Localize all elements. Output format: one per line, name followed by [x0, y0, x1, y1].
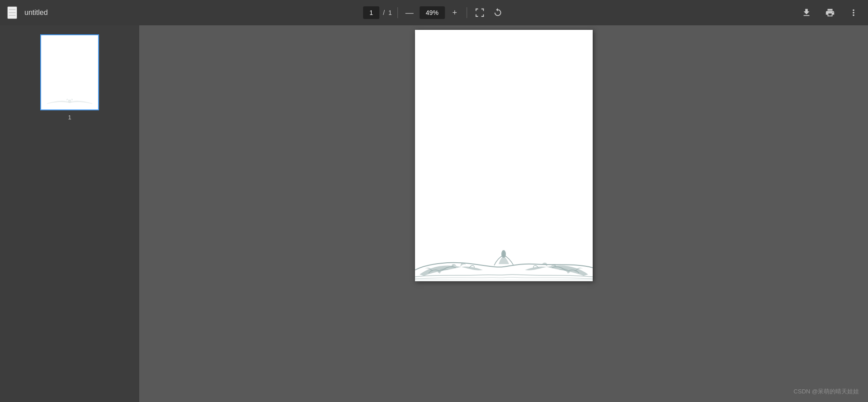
- page-total: 1: [388, 9, 392, 16]
- pdf-ornament: [415, 232, 593, 281]
- content-area: [139, 25, 868, 402]
- more-options-icon: [849, 8, 859, 18]
- pdf-ornament-svg: [415, 232, 593, 281]
- thumbnail-ornament-svg: [45, 96, 94, 106]
- sidebar: 1: [0, 25, 139, 402]
- pdf-page: [415, 30, 593, 281]
- rotate-button[interactable]: [491, 5, 505, 20]
- print-button[interactable]: [823, 5, 837, 20]
- divider-1: [397, 7, 398, 18]
- print-icon: [825, 8, 835, 18]
- divider-2: [467, 7, 467, 18]
- page-number-input[interactable]: [363, 6, 379, 19]
- toolbar-left: ☰ untitled: [7, 6, 48, 19]
- svg-point-4: [502, 250, 505, 253]
- fit-page-icon: [475, 8, 485, 18]
- toolbar-right: [799, 5, 861, 20]
- zoom-out-button[interactable]: —: [403, 6, 416, 19]
- zoom-input[interactable]: [420, 6, 445, 19]
- document-title: untitled: [24, 9, 48, 17]
- thumbnail-ornament: [41, 95, 98, 108]
- zoom-in-button[interactable]: +: [448, 6, 461, 19]
- thumbnail-page-label: 1: [68, 114, 71, 121]
- download-button[interactable]: [799, 5, 814, 20]
- hamburger-button[interactable]: ☰: [7, 6, 17, 19]
- toolbar: ☰ untitled / 1 — +: [0, 0, 868, 25]
- rotate-icon: [493, 8, 503, 18]
- main-area: 1: [0, 25, 868, 402]
- toolbar-center: / 1 — +: [363, 5, 505, 20]
- download-icon: [802, 8, 811, 18]
- watermark: CSDN @呆萌的晴天娃娃: [793, 388, 859, 396]
- fit-page-button[interactable]: [472, 5, 487, 20]
- page-separator: /: [383, 9, 385, 16]
- thumbnail-wrapper: 1: [40, 34, 99, 121]
- page-thumbnail[interactable]: [40, 34, 99, 110]
- svg-point-0: [68, 100, 71, 103]
- more-options-button[interactable]: [846, 5, 861, 20]
